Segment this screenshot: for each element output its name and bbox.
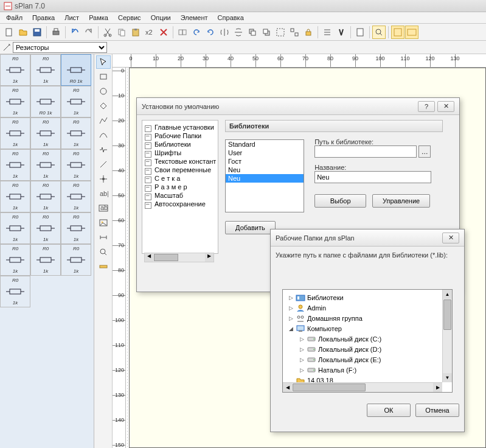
cut-icon[interactable]	[101, 26, 114, 39]
page-icon[interactable]	[353, 26, 367, 39]
palette-item[interactable]: R01k	[61, 244, 91, 276]
palette-item[interactable]: R01k	[0, 86, 30, 117]
frame2-icon[interactable]	[405, 26, 418, 39]
path-input[interactable]	[314, 145, 417, 158]
palette-item[interactable]: R01k	[0, 54, 30, 86]
redo-icon[interactable]	[82, 26, 95, 39]
name-input[interactable]	[314, 171, 431, 183]
bring-front-icon[interactable]	[246, 26, 259, 39]
palette-item[interactable]: R01k	[61, 149, 91, 181]
tree-node[interactable]: Масштаб	[144, 191, 217, 200]
new-file-icon[interactable]	[2, 26, 16, 39]
flip-v-icon[interactable]	[232, 26, 245, 39]
group-icon[interactable]	[274, 26, 287, 39]
menu-Справка[interactable]: Справка	[213, 13, 249, 23]
palette-item[interactable]: R01k	[0, 244, 30, 276]
list-item[interactable]: Neu	[226, 166, 304, 174]
defaults-dialog-title[interactable]: Установки по умолчанию ? ✕	[137, 98, 459, 115]
list-item[interactable]: Neu	[226, 174, 304, 183]
palette-item[interactable]: R01k	[30, 181, 61, 212]
measure-tool-icon[interactable]	[96, 260, 111, 273]
folder-row[interactable]: ▷Домашняя группа	[285, 313, 440, 323]
list-item[interactable]: User	[226, 149, 304, 157]
palette-item[interactable]: R01k	[61, 212, 91, 244]
tree-node[interactable]: Главные установки	[144, 123, 217, 131]
zoom-tool-icon[interactable]	[96, 245, 111, 259]
delete-icon[interactable]	[157, 26, 170, 39]
tree-node[interactable]: Шрифты	[144, 149, 217, 157]
folder-row[interactable]: ▷Локальный диск (D:)	[285, 344, 440, 354]
flip-h-icon[interactable]	[218, 26, 231, 39]
pointer-tool-icon[interactable]	[96, 55, 111, 69]
folder-row[interactable]: ▷Локальный диск (E:)	[285, 354, 440, 365]
polyline-tool-icon[interactable]	[96, 114, 111, 127]
browse-button[interactable]: …	[418, 145, 431, 158]
tree-node[interactable]: Р а з м е р	[144, 183, 217, 191]
palette-item[interactable]: R01k	[30, 117, 61, 149]
folders-dialog-title[interactable]: Рабочие Папки для sPlan ✕	[271, 229, 464, 247]
folder-tree[interactable]: ▷Библиотеки▷Admin▷Домашняя группа◢Компью…	[282, 289, 453, 393]
palette-item[interactable]: R01k	[0, 276, 30, 307]
palette-item[interactable]: R01k	[0, 149, 30, 181]
open-file-icon[interactable]	[16, 26, 30, 39]
cancel-button[interactable]: Отмена	[415, 404, 459, 417]
menu-Сервис[interactable]: Сервис	[113, 13, 146, 23]
help-button[interactable]: ?	[418, 101, 435, 112]
menu-Опции[interactable]: Опции	[146, 13, 176, 23]
folder-row[interactable]: ▷Библиотеки	[285, 292, 440, 303]
list-item[interactable]: Гост	[226, 157, 304, 166]
palette-item[interactable]: R0 1k	[61, 54, 91, 86]
palette-item[interactable]: R01k	[61, 86, 91, 117]
palette-item[interactable]: R01k	[30, 54, 61, 86]
folder-row[interactable]: 14.03.18	[285, 375, 440, 382]
tree-node[interactable]: Библиотеки	[144, 140, 217, 149]
vertical-scrollbar[interactable]: ▲▼	[442, 290, 452, 382]
tree-node[interactable]: Текстовые констант	[144, 157, 217, 166]
palette-item[interactable]: R01k	[61, 181, 91, 212]
save-icon[interactable]	[30, 26, 44, 39]
ungroup-icon[interactable]	[288, 26, 301, 39]
library-combo[interactable]: Резисторы	[13, 42, 107, 53]
palette-item[interactable]: R01k	[30, 149, 61, 181]
textbox-tool-icon[interactable]: ab	[96, 201, 111, 215]
frame1-icon[interactable]	[391, 26, 404, 39]
print-icon[interactable]	[49, 26, 63, 39]
menu-Элемент[interactable]: Элемент	[176, 13, 213, 23]
folder-row[interactable]: ◢Компьютер	[285, 323, 440, 334]
poly-tool-icon[interactable]	[96, 99, 111, 113]
list-item[interactable]: Standard	[226, 140, 304, 149]
menu-Файл[interactable]: Файл	[1, 13, 27, 23]
undo-icon[interactable]	[68, 26, 82, 39]
menu-Рамка[interactable]: Рамка	[84, 13, 113, 23]
palette-item[interactable]: R01k	[30, 212, 61, 244]
image-tool-icon[interactable]	[96, 216, 111, 229]
duplicate-icon[interactable]	[176, 26, 189, 39]
copy-icon[interactable]	[115, 26, 128, 39]
circle-tool-icon[interactable]	[96, 85, 111, 98]
menu-Лист[interactable]: Лист	[60, 13, 84, 23]
palette-item[interactable]: R0 1k	[30, 86, 61, 117]
text-tool-icon[interactable]: ab|	[96, 187, 111, 200]
folder-row[interactable]: ▷Admin	[285, 303, 440, 313]
rect-tool-icon[interactable]	[96, 70, 111, 83]
palette-item[interactable]: R01k	[61, 117, 91, 149]
rotate-right-icon[interactable]	[204, 26, 217, 39]
tree-node[interactable]: Автосохранение	[144, 200, 217, 208]
x2-icon[interactable]: x2	[143, 26, 156, 39]
library-list[interactable]: StandardUserГостNeuNeu	[225, 139, 304, 212]
dimension-tool-icon[interactable]	[96, 231, 111, 244]
choose-button[interactable]: Выбор	[314, 194, 366, 208]
folder-row[interactable]: ▷Локальный диск (C:)	[285, 334, 440, 344]
close-button[interactable]: ✕	[437, 101, 454, 112]
folder-row[interactable]: ▷Наталья (F:)	[285, 365, 440, 375]
lib-settings-icon[interactable]	[2, 43, 11, 52]
add-button[interactable]: Добавить	[225, 221, 276, 234]
palette-item[interactable]: R01k	[0, 117, 30, 149]
line-tool-icon[interactable]	[96, 158, 111, 171]
list-icon[interactable]	[321, 26, 334, 39]
zoom-icon[interactable]	[372, 26, 386, 39]
tree-node[interactable]: Рабочие Папки	[144, 131, 217, 140]
settings-tree[interactable]: Главные установкиРабочие ПапкиБиблиотеки…	[142, 120, 218, 254]
palette-item[interactable]: R01k	[30, 244, 61, 276]
send-back-icon[interactable]	[260, 26, 273, 39]
